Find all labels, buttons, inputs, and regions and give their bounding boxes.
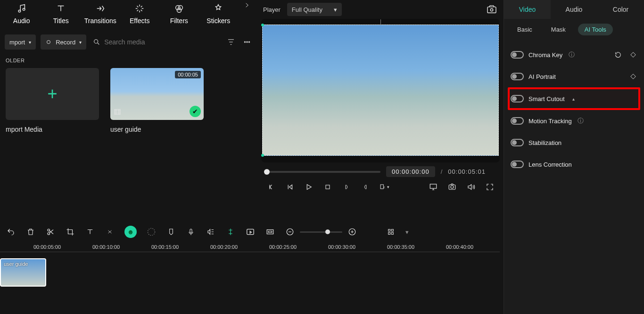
filter-icon[interactable]: [225, 36, 237, 48]
smart-cutout-toggle[interactable]: [511, 95, 524, 102]
zoom-slider[interactable]: [300, 231, 342, 233]
import-label: mport: [9, 39, 25, 46]
checkmark-icon: ✔: [190, 106, 201, 117]
transitions-tab-label: Transitions: [84, 17, 116, 25]
stickers-tab[interactable]: Stickers: [201, 2, 237, 25]
speed-button[interactable]: [146, 227, 157, 237]
svg-point-12: [490, 8, 493, 11]
svg-rect-11: [487, 7, 496, 13]
player-viewport[interactable]: [261, 19, 500, 162]
crop-button[interactable]: [65, 227, 75, 237]
tab-video[interactable]: Video: [504, 0, 551, 19]
subtab-mask[interactable]: Mask: [545, 24, 572, 35]
record-icon: [45, 39, 52, 45]
record-dropdown[interactable]: Record ▾: [41, 34, 86, 50]
volume-button[interactable]: [466, 182, 476, 192]
mark-out-button[interactable]: [360, 182, 371, 192]
ai-face-button[interactable]: ☻: [124, 226, 137, 238]
tab-audio[interactable]: Audio: [551, 0, 597, 19]
quality-dropdown[interactable]: Full Quality ▾: [287, 3, 342, 16]
motion-tracking-toggle[interactable]: [511, 117, 524, 125]
chroma-key-row: Chroma Key ⓘ: [511, 44, 637, 66]
media-clip[interactable]: 00:00:05 ✔ user guide: [110, 68, 204, 133]
svg-point-17: [451, 186, 454, 188]
help-icon[interactable]: ⓘ: [577, 117, 585, 125]
marker-button[interactable]: [166, 227, 176, 237]
chevron-down-icon: ▾: [334, 6, 337, 13]
svg-point-8: [247, 42, 248, 42]
chroma-key-toggle[interactable]: [511, 51, 524, 59]
ruler-mark: 00:00:05:00: [33, 244, 61, 250]
svg-rect-22: [247, 229, 254, 234]
split-button[interactable]: [225, 227, 236, 237]
stabilization-toggle[interactable]: [511, 139, 524, 146]
search-input[interactable]: [104, 38, 221, 46]
import-media-label: mport Media: [6, 126, 99, 133]
import-dropdown[interactable]: mport ▾: [5, 34, 36, 50]
right-panel-tabs: Video Audio Color: [504, 0, 644, 19]
sticker-icon: [213, 2, 223, 15]
svg-point-1: [23, 8, 25, 11]
svg-rect-29: [391, 232, 393, 234]
clip-label: user guide: [110, 126, 204, 133]
display-settings-button[interactable]: [428, 182, 438, 192]
cut-button[interactable]: [45, 227, 56, 237]
play-backward-button[interactable]: [285, 182, 295, 192]
plus-icon: +: [47, 84, 57, 104]
marker-dropdown[interactable]: ▾: [379, 182, 389, 192]
mark-in-button[interactable]: [341, 182, 352, 192]
keyframe-icon[interactable]: [629, 51, 637, 59]
timeline-clip[interactable]: user guide: [0, 258, 46, 287]
fit-button[interactable]: [265, 227, 275, 237]
audio-tab[interactable]: Audio: [4, 2, 40, 25]
delete-button[interactable]: [25, 227, 36, 237]
ai-portrait-toggle[interactable]: [511, 73, 524, 80]
snapshot-button[interactable]: [486, 4, 498, 15]
more-options-icon[interactable]: [241, 36, 253, 48]
search-field[interactable]: [91, 38, 221, 46]
text-button[interactable]: [85, 227, 95, 237]
track-options-button[interactable]: [386, 227, 396, 237]
zoom-out-button[interactable]: [285, 227, 295, 237]
collapse-icon[interactable]: ▴: [570, 94, 578, 103]
stop-button[interactable]: [322, 182, 333, 192]
clip-duration: 00:00:05: [175, 71, 201, 78]
transitions-tab[interactable]: Transitions: [83, 2, 118, 25]
tab-color[interactable]: Color: [597, 0, 644, 19]
svg-point-20: [148, 229, 155, 236]
effects-tab[interactable]: Effects: [122, 2, 158, 25]
timeline-tracks: user guide: [0, 255, 503, 300]
titles-tab[interactable]: Titles: [43, 2, 79, 25]
import-media-card[interactable]: + mport Media: [6, 68, 99, 133]
svg-point-5: [47, 41, 50, 44]
undo-button[interactable]: [6, 227, 16, 237]
chevron-down-icon: ▾: [79, 40, 82, 45]
timeline-ruler[interactable]: 00:00:05:0000:00:10:0000:00:15:0000:00:2…: [0, 244, 503, 255]
fullscreen-button[interactable]: [485, 182, 495, 192]
more-button[interactable]: [105, 227, 115, 237]
timeline-toolbar: ☻ ▾: [0, 221, 503, 242]
filters-tab[interactable]: Filters: [161, 2, 197, 25]
svg-point-7: [244, 42, 245, 42]
audio-sync-button[interactable]: [206, 227, 216, 237]
lens-correction-toggle[interactable]: [511, 161, 524, 168]
scrub-slider[interactable]: [265, 171, 380, 173]
play-button[interactable]: [304, 182, 314, 192]
more-tools-chevron[interactable]: [240, 2, 254, 8]
current-timecode[interactable]: 00:00:00:00: [386, 166, 435, 177]
zoom-in-button[interactable]: [347, 227, 357, 237]
help-icon[interactable]: ⓘ: [567, 51, 576, 59]
camera-button[interactable]: [447, 182, 457, 192]
track-menu-caret[interactable]: ▾: [405, 229, 415, 236]
search-icon: [93, 38, 100, 46]
reset-icon[interactable]: [614, 51, 622, 59]
render-button[interactable]: [245, 227, 256, 237]
mic-button[interactable]: [186, 227, 196, 237]
smart-cutout-row: Smart Cutout ▴: [508, 87, 640, 110]
ruler-mark: 00:00:30:00: [328, 244, 355, 250]
subtab-basic[interactable]: Basic: [511, 24, 539, 35]
prev-frame-button[interactable]: [266, 182, 276, 192]
subtab-ai-tools[interactable]: AI Tools: [578, 24, 613, 35]
chevron-down-icon: ▾: [29, 40, 31, 45]
keyframe-icon[interactable]: [629, 72, 637, 81]
